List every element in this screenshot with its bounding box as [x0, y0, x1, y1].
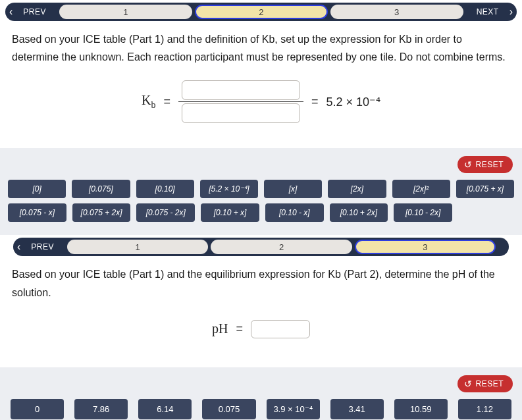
tile[interactable]: 0.075	[202, 399, 255, 419]
chevron-left-icon[interactable]: ‹	[13, 241, 24, 253]
nav-right-end	[497, 238, 509, 256]
step-1[interactable]: 1	[59, 5, 192, 19]
tile[interactable]: [0.10]	[136, 180, 194, 198]
step-track-2: 1 2 3	[66, 238, 497, 256]
tile[interactable]: [0.075 - 2x]	[136, 203, 195, 222]
tile-row-3: 0 7.86 6.14 0.075 3.9 × 10⁻⁴ 3.41 10.59 …	[4, 399, 518, 419]
kb-value: 5.2 × 10⁻⁴	[326, 95, 380, 109]
tile[interactable]: [2x]	[328, 180, 386, 198]
tile[interactable]: 3.9 × 10⁻⁴	[267, 399, 320, 419]
ph-slot[interactable]	[251, 320, 310, 338]
ph-row: pH =	[0, 312, 522, 357]
section1-nav: ‹ PREV 1 2 3 NEXT ›	[0, 0, 522, 24]
nav-next-group: NEXT ›	[465, 3, 517, 21]
step-3[interactable]: 3	[330, 5, 463, 19]
tile[interactable]: [x]	[264, 180, 322, 198]
prev-button[interactable]: PREV	[16, 3, 53, 21]
tile-row-1: [0] [0.075] [0.10] [5.2 × 10⁻⁴] [x] [2x]…	[4, 180, 518, 203]
tile[interactable]: [0.10 - x]	[265, 203, 324, 222]
tile[interactable]: 6.14	[138, 399, 192, 419]
denominator-slot[interactable]	[182, 103, 300, 123]
tile[interactable]: 0	[11, 399, 64, 419]
tile[interactable]: 3.41	[330, 399, 384, 419]
reset-button-1[interactable]: ↺ RESET	[457, 156, 513, 173]
reset-row-2: ↺ RESET	[4, 375, 518, 399]
tile[interactable]: 10.59	[394, 399, 448, 419]
step-2-b[interactable]: 2	[211, 240, 352, 254]
kb-label-sub: b	[151, 100, 155, 110]
section2-nav: ‹ PREV 1 2 3	[0, 235, 522, 259]
chevron-right-icon[interactable]: ›	[506, 6, 517, 18]
tile[interactable]: [0.10 - 2x]	[394, 203, 452, 222]
tile[interactable]: [0.075 + x]	[456, 180, 514, 198]
reset-label-2: RESET	[475, 379, 504, 388]
tile-area-2: ↺ RESET 0 7.86 6.14 0.075 3.9 × 10⁻⁴ 3.4…	[0, 367, 522, 420]
kb-label: Kb	[142, 93, 155, 111]
fraction-line	[178, 101, 303, 102]
step-2[interactable]: 2	[195, 5, 328, 19]
reset-row-1: ↺ RESET	[4, 156, 518, 180]
tile[interactable]: 1.12	[458, 399, 511, 419]
tile[interactable]: [0.075 + 2x]	[72, 203, 131, 222]
tile-row-2: [0.075 - x] [0.075 + 2x] [0.075 - 2x] [0…	[4, 203, 518, 227]
tile[interactable]: [0.10 + 2x]	[330, 203, 388, 222]
kb-expression: Kb = = 5.2 × 10⁻⁴	[0, 76, 522, 138]
tile[interactable]: [0.075]	[72, 180, 130, 198]
equals-sign-2: =	[311, 95, 319, 109]
tile[interactable]: [2x]²	[392, 180, 450, 198]
nav-prev-group: ‹ PREV	[5, 3, 58, 21]
instruction-text-2: Based on your ICE table (Part 1) and the…	[0, 259, 522, 311]
nav-prev-group-2: ‹ PREV	[13, 238, 66, 256]
equals-sign-ph: =	[236, 322, 243, 336]
undo-icon: ↺	[464, 379, 473, 389]
prev-button-2[interactable]: PREV	[24, 238, 61, 256]
step-3-b[interactable]: 3	[355, 240, 496, 254]
tile[interactable]: [5.2 × 10⁻⁴]	[200, 180, 258, 198]
tile[interactable]: [0.10 + x]	[201, 203, 259, 222]
next-button[interactable]: NEXT	[470, 3, 506, 21]
tile-area-1: ↺ RESET [0] [0.075] [0.10] [5.2 × 10⁻⁴] …	[0, 148, 522, 235]
ph-label: pH	[212, 321, 228, 336]
step-1-b[interactable]: 1	[67, 240, 208, 254]
kb-label-main: K	[142, 93, 151, 107]
tile[interactable]: [0]	[8, 180, 66, 198]
tile[interactable]: 7.86	[74, 399, 128, 419]
chevron-left-icon[interactable]: ‹	[5, 6, 16, 18]
equals-sign-1: =	[163, 95, 170, 109]
fraction-container	[178, 80, 303, 123]
undo-icon: ↺	[464, 159, 473, 170]
numerator-slot[interactable]	[182, 80, 300, 100]
instruction-text-1: Based on your ICE table (Part 1) and the…	[0, 24, 522, 76]
step-track-1: 1 2 3	[58, 3, 465, 21]
tile[interactable]: [0.075 - x]	[8, 203, 66, 222]
reset-label: RESET	[475, 160, 504, 169]
reset-button-2[interactable]: ↺ RESET	[457, 375, 513, 392]
